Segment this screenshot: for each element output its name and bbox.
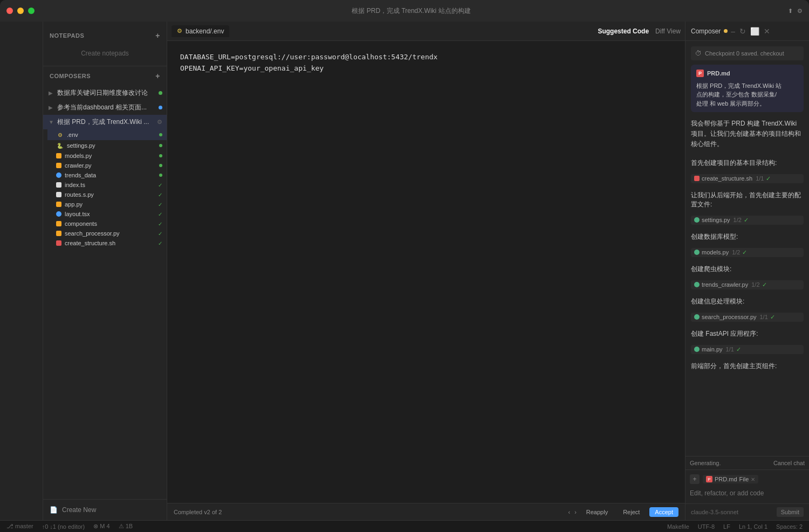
cancel-chat-button[interactable]: Cancel chat bbox=[773, 460, 805, 466]
section-label-1: 首先创建项目的基本目录结构: bbox=[691, 158, 804, 168]
file-ref-version-search: 1/1 bbox=[760, 314, 768, 320]
close-button[interactable] bbox=[6, 8, 13, 14]
reapply-button[interactable]: Reapply bbox=[581, 507, 613, 517]
file-ref-settings[interactable]: settings.py 1/2 ✓ bbox=[691, 216, 804, 225]
file-item-components[interactable]: components ✓ bbox=[47, 219, 167, 229]
composer-settings-icon[interactable]: ⚙ bbox=[157, 119, 162, 126]
titlebar: 根据 PRD，完成 TrendX.Wiki 站点的构建 ⬆ ⚙ bbox=[0, 0, 809, 22]
reject-button[interactable]: Reject bbox=[618, 507, 645, 517]
file-item-crawler[interactable]: crawler.py bbox=[47, 161, 167, 170]
file-item-processor[interactable]: search_processor.py ✓ bbox=[47, 229, 167, 238]
processor-file-icon bbox=[56, 231, 61, 236]
file-item-routes[interactable]: routes.s.py ✓ bbox=[47, 190, 167, 199]
create-notepads-text[interactable]: Create notepads bbox=[43, 45, 167, 61]
structure-file-icon bbox=[56, 240, 61, 246]
language: Makefile bbox=[667, 523, 689, 530]
composers-label: COMPOSERS bbox=[50, 73, 91, 79]
file-ref-structure[interactable]: create_structure.sh 1/1 ✓ bbox=[691, 174, 804, 183]
file-ref-version-models: 1/2 bbox=[732, 249, 740, 255]
editor-tab-env[interactable]: ⚙ backend/.env bbox=[172, 25, 229, 37]
file-ref-version-main: 1/1 bbox=[726, 346, 734, 353]
nav-next-icon[interactable]: › bbox=[574, 509, 577, 515]
composer-label-1: 数据库关键词日期维度修改讨论 bbox=[57, 88, 156, 98]
composer-item-3[interactable]: ▼ 根据 PRD，完成 TrendX.Wiki ... ⚙ bbox=[43, 115, 167, 129]
file-check-components: ✓ bbox=[158, 221, 162, 227]
file-item-trends[interactable]: trends_data bbox=[47, 170, 167, 180]
chat-message-intro: 我会帮你基于 PRD 构建 TrendX.Wiki 项目。让我们先创建基本的项目… bbox=[691, 116, 804, 152]
minimize-icon[interactable]: – bbox=[731, 27, 735, 36]
file-ref-search[interactable]: search_processor.py 1/1 ✓ bbox=[691, 313, 804, 322]
prd-attachment-tag: P PRD.md File ✕ bbox=[703, 475, 758, 483]
add-composer-button[interactable]: + bbox=[155, 72, 160, 80]
file-item-layout[interactable]: layout.tsx ✓ bbox=[47, 209, 167, 219]
file-ref-name-crawler: trends_crawler.py bbox=[702, 281, 748, 288]
file-name-app: app.py bbox=[65, 201, 155, 208]
file-name-routes: routes.s.py bbox=[65, 191, 155, 198]
create-new-button[interactable]: 📄 Create New bbox=[43, 499, 167, 520]
env-tab-icon: ⚙ bbox=[177, 27, 182, 34]
check-icon-settings: ✓ bbox=[744, 217, 749, 224]
file-item-app[interactable]: app.py ✓ bbox=[47, 199, 167, 209]
file-ref-version-structure: 1/1 bbox=[756, 175, 764, 182]
file-ref-icon-structure bbox=[694, 176, 700, 181]
composer-input-field[interactable] bbox=[690, 487, 805, 499]
file-ref-icon-crawler bbox=[694, 282, 700, 287]
file-name-processor: search_processor.py bbox=[65, 230, 155, 237]
file-item-index[interactable]: index.ts ✓ bbox=[47, 180, 167, 190]
file-item-models[interactable]: models.py bbox=[47, 151, 167, 161]
code-line-2: OPENAI_API_KEY=your_openai_api_key bbox=[180, 63, 672, 74]
file-item-settings[interactable]: 🐍 settings.py bbox=[47, 140, 167, 151]
section-label-7: 前端部分，首先创建主页组件: bbox=[691, 362, 804, 371]
titlebar-title: 根据 PRD，完成 TrendX.Wiki 站点的构建 bbox=[39, 6, 784, 16]
refresh-icon[interactable]: ↻ bbox=[739, 27, 746, 36]
index-file-icon bbox=[56, 182, 61, 188]
submit-button[interactable]: Submit bbox=[777, 507, 804, 517]
composer-bottom: claude-3.5-sonnet Submit bbox=[685, 503, 809, 520]
suggested-code-button[interactable]: Suggested Code bbox=[598, 27, 649, 35]
create-new-icon: 📄 bbox=[50, 506, 58, 514]
maximize-button[interactable] bbox=[28, 8, 35, 14]
warnings-count: ⚠ 1B bbox=[119, 523, 133, 530]
check-icon-search: ✓ bbox=[770, 314, 775, 321]
file-ref-models[interactable]: models.py 1/2 ✓ bbox=[691, 248, 804, 257]
prd-content: 根据 PRD，完成 TrendX.Wiki 站 点的构建，至少包含 数据采集/ … bbox=[696, 81, 798, 108]
nav-prev-icon[interactable]: ‹ bbox=[568, 509, 570, 515]
file-item-structure[interactable]: create_structure.sh ✓ bbox=[47, 238, 167, 248]
add-attachment-button[interactable]: + bbox=[690, 474, 700, 484]
env-file-icon: ⚙ bbox=[56, 131, 64, 139]
composer-item-2[interactable]: ▶ 参考当前dashboard 相关页面... bbox=[43, 100, 167, 115]
editor-actions: Suggested Code Diff View bbox=[598, 27, 681, 35]
accept-button[interactable]: Accept bbox=[649, 507, 678, 517]
file-name-crawler: crawler.py bbox=[65, 162, 156, 169]
file-ref-main[interactable]: main.py 1/1 ✓ bbox=[691, 345, 804, 354]
check-icon-models: ✓ bbox=[742, 249, 747, 256]
code-line-1: DATABASE_URL=postgresql://user:password@… bbox=[180, 52, 672, 63]
close-composer-icon[interactable]: ✕ bbox=[764, 27, 770, 36]
routes-file-icon bbox=[56, 192, 61, 197]
file-ref-crawler[interactable]: trends_crawler.py 1/2 ✓ bbox=[691, 280, 804, 289]
minimize-button[interactable] bbox=[17, 8, 24, 14]
file-ref-icon-main bbox=[694, 347, 700, 352]
git-sync: ↑0 ↓1 (no editor) bbox=[42, 523, 85, 530]
file-name-settings: settings.py bbox=[67, 142, 156, 149]
composer-status-dot-2 bbox=[159, 106, 162, 109]
left-nav bbox=[0, 22, 43, 520]
composer-item-1[interactable]: ▶ 数据库关键词日期维度修改讨论 bbox=[43, 86, 167, 100]
checkpoint-text: Checkpoint 0 saved. checkout bbox=[705, 50, 784, 57]
file-item-env[interactable]: ⚙ .env bbox=[47, 129, 167, 140]
add-notepad-button[interactable]: + bbox=[155, 31, 160, 40]
prd-card-header: P PRD.md bbox=[696, 69, 798, 78]
check-icon-crawler: ✓ bbox=[762, 281, 767, 288]
expand-icon[interactable]: ⬜ bbox=[750, 27, 759, 36]
file-check-layout: ✓ bbox=[158, 211, 162, 217]
share-icon[interactable]: ⬆ bbox=[788, 8, 793, 15]
file-name-components: components bbox=[65, 220, 155, 227]
settings-icon[interactable]: ⚙ bbox=[797, 8, 803, 15]
diff-view-button[interactable]: Diff View bbox=[655, 27, 681, 35]
file-ref-icon-models bbox=[694, 250, 700, 255]
remove-attachment-button[interactable]: ✕ bbox=[751, 476, 755, 482]
model-name: claude-3.5-sonnet bbox=[691, 509, 738, 515]
section-label-4: 创建爬虫模块: bbox=[691, 265, 804, 274]
cursor-position: Ln 1, Col 1 bbox=[739, 523, 767, 530]
file-ref-version-crawler: 1/2 bbox=[751, 281, 759, 288]
